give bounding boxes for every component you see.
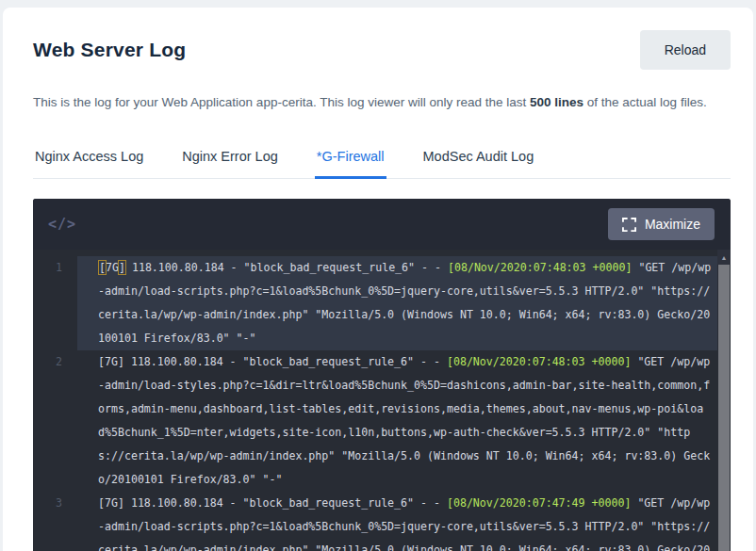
scrollbar-thumb[interactable] xyxy=(718,265,730,551)
description-text-end: of the actual log files. xyxy=(583,95,707,109)
line-number: 3 xyxy=(33,492,77,551)
log-segment-timestamp: [08/Nov/2020:07:48:03 +0000] xyxy=(448,261,632,274)
log-segment-bracket: [ xyxy=(99,261,106,274)
maximize-label: Maximize xyxy=(645,217,700,232)
maximize-button[interactable]: Maximize xyxy=(608,208,715,240)
tab-nginx-access-log[interactable]: Nginx Access Log xyxy=(33,149,145,179)
log-segment-bracket: ] xyxy=(119,261,125,274)
log-line: 1 [7G] 118.100.80.184 - "block_bad_reque… xyxy=(33,256,731,350)
log-line-text: [7G] 118.100.80.184 - "block_bad_request… xyxy=(77,492,717,551)
log-line: 2 [7G] 118.100.80.184 - "block_bad_reque… xyxy=(33,350,731,492)
line-number: 2 xyxy=(33,350,77,492)
log-segment-plain: "GET /wp/wp-admin/load-styles.php?c=1&di… xyxy=(98,355,710,486)
log-viewer-toolbar: </> Maximize xyxy=(33,199,731,250)
tab-g-firewall[interactable]: *G-Firewall xyxy=(315,149,386,179)
page-header: Web Server Log Reload xyxy=(33,8,731,70)
tab-nginx-error-log[interactable]: Nginx Error Log xyxy=(180,149,280,179)
log-segment-timestamp: [08/Nov/2020:07:47:49 +0000] xyxy=(447,496,631,510)
log-description: This is the log for your Web Application… xyxy=(33,95,731,109)
log-line-text: [7G] 118.100.80.184 - "block_bad_request… xyxy=(77,256,717,350)
log-segment-timestamp: [08/Nov/2020:07:48:03 +0000] xyxy=(447,355,631,368)
reload-button[interactable]: Reload xyxy=(640,30,731,70)
log-segment-plain: [7G] 118.100.80.184 - "block_bad_request… xyxy=(98,355,447,368)
tab-modsec-audit-log[interactable]: ModSec Audit Log xyxy=(421,149,536,179)
log-segment-plain: [7G] 118.100.80.184 - "block_bad_request… xyxy=(98,496,447,510)
log-segment-plain: 118.100.80.184 - "block_bad_request_rule… xyxy=(125,261,448,274)
log-line: 3 [7G] 118.100.80.184 - "block_bad_reque… xyxy=(33,492,731,551)
web-server-log-card: Web Server Log Reload This is the log fo… xyxy=(3,8,753,551)
description-text: This is the log for your Web Application… xyxy=(33,95,530,109)
fullscreen-icon xyxy=(622,218,636,232)
log-line-text: [7G] 118.100.80.184 - "block_bad_request… xyxy=(77,350,717,492)
line-number: 1 xyxy=(33,256,77,350)
log-scrollbar[interactable]: ▲ xyxy=(717,250,731,551)
log-segment-plain: 7G xyxy=(106,261,119,274)
log-tabs: Nginx Access LogNginx Error Log*G-Firewa… xyxy=(33,149,731,179)
description-line-count: 500 lines xyxy=(530,95,583,109)
code-icon: </> xyxy=(48,216,76,233)
scroll-up-arrow-icon[interactable]: ▲ xyxy=(717,250,731,265)
log-lines: 1 [7G] 118.100.80.184 - "block_bad_reque… xyxy=(33,250,731,551)
log-viewer: </> Maximize 1 [7G] 118.100.80.184 - "bl… xyxy=(33,199,731,551)
page-title: Web Server Log xyxy=(33,39,186,61)
